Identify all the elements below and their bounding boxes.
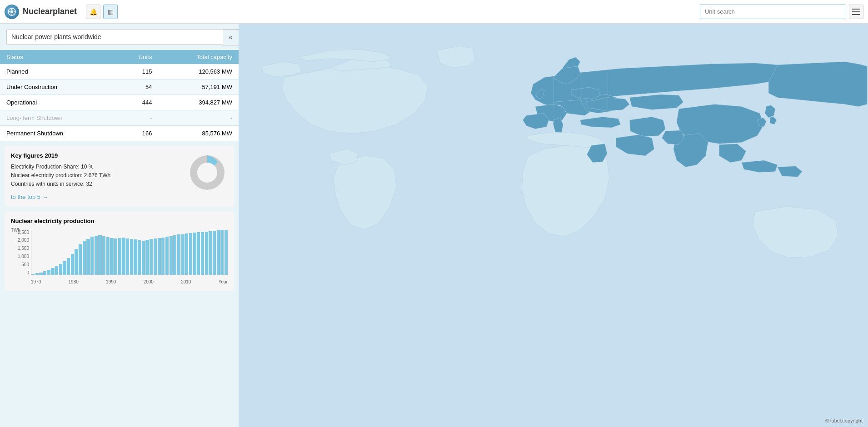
sidebar: Nuclear power plants worldwide « Status … [0,24,239,427]
chart-bar [165,237,169,274]
chart-bar [201,232,204,275]
col-units: Units [115,50,158,64]
chart-bar [173,235,176,275]
status-cell: Permanent Shutdown [0,126,115,141]
grid-view-button[interactable]: ▦ [103,5,118,19]
chart-bar [161,238,165,275]
countries-count: Countries with units in service: 32 [11,180,182,189]
chart-bar [47,270,50,275]
y-label-2000: 2,000 [18,238,29,243]
sidebar-header: Nuclear power plants worldwide « [0,24,239,50]
status-cell: Under Construction [0,79,115,95]
logo-area: Nuclearplanet [5,5,77,19]
svg-point-7 [197,163,217,183]
key-figures-title: Key figures 2019 [11,152,182,159]
col-status: Status [0,50,115,64]
table-row: Under Construction 54 57,191 MW [0,79,239,95]
key-figures-text: Key figures 2019 Electricity Production … [11,152,182,200]
chart-bar [83,241,86,275]
main-layout: Nuclear power plants worldwide « Status … [0,24,868,427]
capacity-cell: 57,191 MW [158,79,239,95]
units-cell: 444 [115,95,158,110]
x-label-2000: 2000 [144,279,154,284]
chart-bar [170,236,173,275]
chart-bar [189,233,192,275]
chart-bar [220,230,224,274]
electricity-share: Electricity Production Share: 10 % [11,163,182,171]
chart-bar [126,238,129,275]
chart-bar [55,266,58,274]
notification-button[interactable]: 🔔 [86,5,100,19]
header-icons: 🔔 ▦ [86,5,118,19]
y-label-1000: 1,000 [18,254,29,259]
capacity-cell: 120,563 MW [158,64,239,79]
chart-bar [31,274,35,275]
chart-bar [209,231,212,275]
hamburger-menu-button[interactable] [849,5,863,19]
x-label-1990: 1990 [106,279,116,284]
chart-bar [39,273,42,275]
hamburger-line-3 [852,14,860,15]
world-map-svg [239,24,868,427]
chart-bar [193,233,196,274]
status-cell: Long-Term Shutdown [0,110,115,126]
chart-bar [110,238,113,275]
chart-bar [181,234,185,275]
chart-bar [95,236,98,275]
pie-chart [187,152,228,193]
chart-bar [154,238,157,275]
search-area [700,5,863,19]
bar-chart [31,230,228,275]
svg-point-1 [10,10,13,13]
x-label-1970: 1970 [31,279,41,284]
unit-search-input[interactable] [700,5,845,19]
x-label-2010: 2010 [181,279,191,284]
key-figures-section: Key figures 2019 Electricity Production … [5,146,234,207]
y-label-1500: 1,500 [18,246,29,251]
chart-bar [122,238,125,275]
table-header-row: Status Units Total capacity [0,50,239,64]
chart-bar [98,235,101,275]
app-logo [5,5,19,19]
chart-bar [118,238,121,275]
x-axis-labels: 1970 1980 1990 2000 2010 Year [31,278,228,284]
chart-bar [51,268,54,274]
production-section: Nuclear electricity production TWh 2,500… [5,211,234,291]
chart-bar [79,244,82,275]
chart-bar [75,249,78,275]
table-row: Long-Term Shutdown - - [0,110,239,126]
units-cell: 166 [115,126,158,141]
chart-bar [205,232,208,275]
collapse-button[interactable]: « [223,29,239,45]
y-axis-labels: 2,500 2,000 1,500 1,000 500 0 [11,230,29,275]
chart-bar [213,231,216,275]
units-cell: 54 [115,79,158,95]
header: Nuclearplanet 🔔 ▦ [0,0,868,24]
chart-bar [138,240,141,275]
y-label-2500: 2,500 [18,230,29,235]
status-cell: Planned [0,64,115,79]
chart-bar [71,254,74,275]
chart-bar [43,271,46,274]
arrow-right-icon: → [42,194,48,200]
chart-bar [185,233,188,275]
chart-bar [217,230,220,274]
chart-bar [142,241,145,275]
col-capacity: Total capacity [158,50,239,64]
capacity-cell: 85,576 MW [158,126,239,141]
chart-bar [102,236,105,275]
production-chart-title: Nuclear electricity production [11,218,228,224]
chart-bar [63,261,66,274]
capacity-cell: - [158,110,239,126]
chart-bar [177,234,180,274]
chart-bar [197,232,200,274]
chart-bar [90,237,94,274]
chart-bar [106,237,110,274]
chart-bar [67,258,70,275]
nuclear-production: Nuclear electricity production: 2,676 TW… [11,171,182,180]
chart-bar [59,264,62,274]
x-label-1980: 1980 [69,279,79,284]
top5-link[interactable]: to the top 5 → [11,194,182,200]
region-dropdown[interactable]: Nuclear power plants worldwide [6,29,232,45]
chart-bar [35,273,39,274]
